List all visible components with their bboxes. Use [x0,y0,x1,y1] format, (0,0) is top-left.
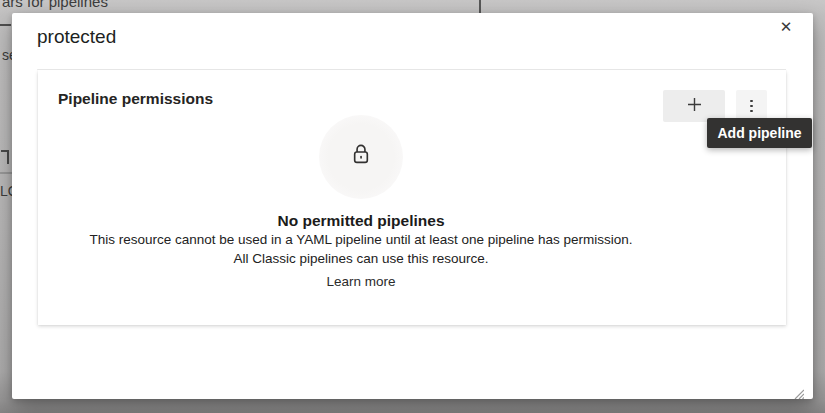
pipeline-permissions-dialog: protected ✕ Pipeline permissions [12,13,813,399]
screen: ars for pipelines se LO protected ✕ Pipe… [0,0,825,413]
background-divider [0,24,11,26]
tooltip-label: Add pipeline [718,125,802,141]
plus-icon [687,97,702,115]
close-button[interactable]: ✕ [775,16,797,38]
dialog-title: protected [37,26,116,48]
empty-state: No permitted pipelines This resource can… [38,115,684,291]
background-heading-fragment: ars for pipelines [2,0,108,10]
lock-illustration [319,115,403,199]
empty-state-title: No permitted pipelines [38,212,684,230]
card-heading: Pipeline permissions [58,90,213,108]
lock-icon [350,143,372,171]
learn-more-link[interactable]: Learn more [326,273,395,291]
background-icon-fragment [1,150,9,164]
background-divider-2 [0,172,12,174]
background-column-divider [479,0,481,13]
empty-state-line2: All Classic pipelines can use this resou… [38,250,684,268]
tooltip: Add pipeline [707,118,812,148]
resize-handle-icon[interactable] [792,385,804,397]
kebab-menu-icon [750,100,753,113]
empty-state-line1: This resource cannot be used in a YAML p… [38,231,684,249]
pipeline-permissions-card: Pipeline permissions [38,70,786,325]
close-icon: ✕ [780,18,793,36]
